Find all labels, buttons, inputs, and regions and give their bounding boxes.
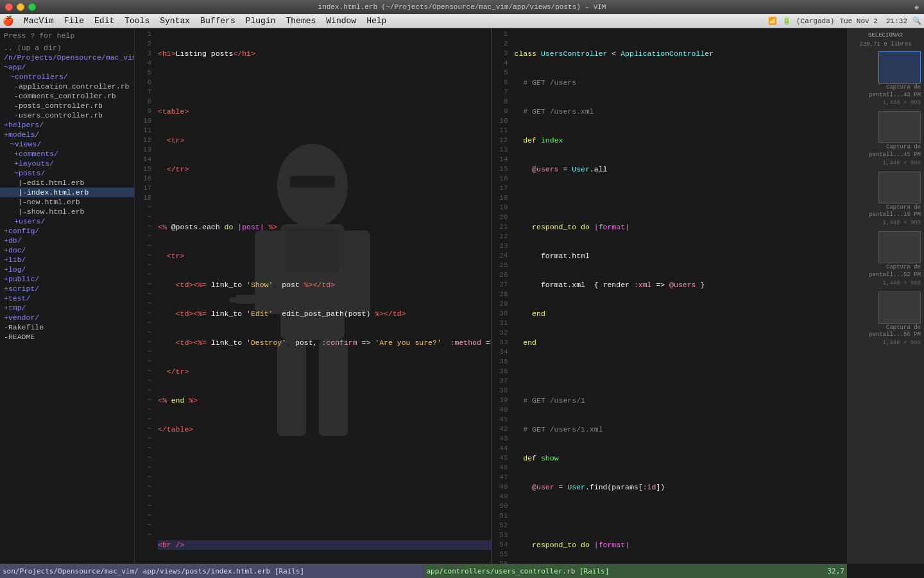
- menu-themes[interactable]: Themes: [281, 15, 321, 27]
- filetree-show[interactable]: |-show.html.erb: [0, 207, 134, 216]
- thumbnail-2[interactable]: Captura depantall...45 PM 1,440 × 900: [850, 111, 921, 166]
- right-statusbar: app/controllers/users_controller.rb [Rai…: [424, 564, 848, 578]
- filetree-tmp[interactable]: +tmp/: [0, 303, 134, 313]
- dual-statusbar: son/Projects/Opensource/mac_vim/ app/vie…: [0, 564, 924, 578]
- filetree-root[interactable]: /n/Projects/Opensource/mac_vim/: [0, 53, 134, 62]
- menubar: 🍎 MacVim File Edit Tools Syntax Buffers …: [0, 14, 924, 28]
- thumb-label-4: Captura depantall...52 PM: [869, 264, 921, 279]
- right-code-content[interactable]: class UsersController < ApplicationContr…: [512, 28, 848, 564]
- filetree-layouts[interactable]: +layouts/: [0, 159, 134, 168]
- left-editor[interactable]: 1 2 3 4 5 6 7 8 9 10 11 12 13 14 15 16 1…: [135, 28, 492, 564]
- menu-macvim[interactable]: MacVim: [19, 15, 59, 27]
- minimize-button[interactable]: [17, 3, 24, 11]
- thumbnail-1[interactable]: Captura depantall...43 PM 1,440 × 900: [850, 51, 921, 106]
- filetree-script[interactable]: +script/: [0, 284, 134, 293]
- filetree-views[interactable]: ~views/: [0, 139, 134, 149]
- window-title: index.html.erb (~/Projects/Opensource/ma…: [318, 3, 606, 11]
- right-line-numbers: 1 2 3 4 5 6 7 8 9 10 11 12 13 14 15 16 1…: [492, 28, 512, 564]
- titlebar: index.html.erb (~/Projects/Opensource/ma…: [0, 0, 924, 14]
- thumb-count: 239,71 8 libres: [850, 41, 921, 50]
- filetree-public[interactable]: +public/: [0, 274, 134, 284]
- thumbnail-3[interactable]: Captura depantall...16 PM 1,440 × 900: [850, 171, 921, 226]
- thumb-preview-5[interactable]: [878, 292, 921, 324]
- thumb-preview-4[interactable]: [878, 231, 921, 263]
- filetree-edit[interactable]: |-edit.html.erb: [0, 178, 134, 188]
- menu-syntax[interactable]: Syntax: [155, 15, 195, 27]
- filetree-commentsctrl[interactable]: -comments_controller.rb: [0, 91, 134, 101]
- thumbnail-panel: SELECIONAR 239,71 8 libres Captura depan…: [847, 28, 924, 564]
- filetree-app[interactable]: ~app/: [0, 62, 134, 72]
- filetree-db[interactable]: +db/: [0, 236, 134, 245]
- menu-plugin[interactable]: Plugin: [241, 15, 281, 27]
- filetree-posts[interactable]: ~posts/: [0, 168, 134, 178]
- editor-container: Press ? for help .. (up a dir) /n/Projec…: [0, 28, 924, 564]
- filetree-postsctrl[interactable]: -posts_controller.rb: [0, 101, 134, 110]
- left-line-numbers: 1 2 3 4 5 6 7 8 9 10 11 12 13 14 15 16 1…: [135, 28, 155, 564]
- filetree-usersctrl[interactable]: -users_controller.rb: [0, 110, 134, 120]
- maximize-button[interactable]: [28, 3, 36, 11]
- thumb-size-5: 1,440 × 900: [883, 340, 921, 346]
- filetree-vendor[interactable]: +vendor/: [0, 313, 134, 322]
- filetree-index[interactable]: |-index.html.erb: [0, 188, 134, 197]
- menu-tools[interactable]: Tools: [119, 15, 155, 27]
- thumb-label-3: Captura depantall...16 PM: [869, 204, 921, 219]
- file-tree: Press ? for help .. (up a dir) /n/Projec…: [0, 28, 135, 564]
- filetree-readme[interactable]: -README: [0, 332, 134, 342]
- filetree-comments[interactable]: +comments/: [0, 149, 134, 159]
- filetree-updir[interactable]: .. (up a dir): [0, 43, 134, 53]
- filetree-controllers[interactable]: ~controllers/: [0, 72, 134, 82]
- menu-window[interactable]: Window: [321, 15, 361, 27]
- thumb-size-4: 1,440 × 900: [883, 280, 921, 286]
- close-button[interactable]: [5, 3, 13, 11]
- left-code-content[interactable]: <h1>Listing posts</h1> <table> <tr> </tr…: [155, 28, 491, 564]
- filetree-users-dir[interactable]: +users/: [0, 216, 134, 226]
- menu-help[interactable]: Help: [361, 15, 391, 27]
- menubar-status: 📶🔋(Cargada)Tue Nov 2 21:32🔍: [768, 17, 921, 25]
- right-status-file: app/controllers/users_controller.rb [Rai…: [427, 567, 610, 575]
- traffic-lights[interactable]: [5, 3, 36, 11]
- menu-edit[interactable]: Edit: [89, 15, 119, 27]
- left-statusbar: son/Projects/Opensource/mac_vim/ app/vie…: [0, 564, 424, 578]
- thumb-preview-3[interactable]: [878, 171, 921, 204]
- thumb-size-2: 1,440 × 900: [883, 160, 921, 166]
- filetree-new[interactable]: |-new.html.erb: [0, 197, 134, 207]
- filetree-models[interactable]: +models/: [0, 130, 134, 139]
- thumb-label-2: Captura depantall...45 PM: [869, 144, 921, 159]
- filetree-helpers[interactable]: +helpers/: [0, 120, 134, 130]
- thumbnail-5[interactable]: Captura depantall...56 PM 1,440 × 900: [850, 292, 921, 346]
- thumb-preview-1[interactable]: [878, 51, 921, 83]
- left-status-text: son/Projects/Opensource/mac_vim/ app/vie…: [3, 567, 304, 575]
- thumb-label-1: Captura depantall...43 PM: [869, 84, 921, 99]
- menu-file[interactable]: File: [59, 15, 89, 27]
- filetree-appctrl[interactable]: -application_controller.rb: [0, 82, 134, 91]
- right-status-pos: 32,7: [828, 567, 845, 575]
- right-editor[interactable]: 1 2 3 4 5 6 7 8 9 10 11 12 13 14 15 16 1…: [492, 28, 848, 564]
- thumb-select-label: SELECIONAR: [850, 31, 921, 40]
- thumb-size-1: 1,440 × 900: [883, 100, 921, 106]
- filetree-rakefile[interactable]: -Rakefile: [0, 322, 134, 332]
- filetree-lib[interactable]: +lib/: [0, 255, 134, 265]
- thumb-size-3: 1,440 × 900: [883, 220, 921, 226]
- thumbnail-4[interactable]: Captura depantall...52 PM 1,440 × 900: [850, 231, 921, 286]
- thumb-preview-2[interactable]: [878, 111, 921, 143]
- filetree-config[interactable]: +config/: [0, 226, 134, 236]
- menu-buffers[interactable]: Buffers: [195, 15, 241, 27]
- filetree-test[interactable]: +test/: [0, 293, 134, 303]
- filetree-doc[interactable]: +doc/: [0, 245, 134, 255]
- filetree-log[interactable]: +log/: [0, 265, 134, 274]
- thumb-label-5: Captura depantall...56 PM: [869, 324, 921, 339]
- titlebar-right: ⊕: [914, 3, 919, 12]
- apple-menu[interactable]: 🍎: [3, 15, 13, 26]
- filetree-press-hint: Press ? for help: [0, 31, 134, 40]
